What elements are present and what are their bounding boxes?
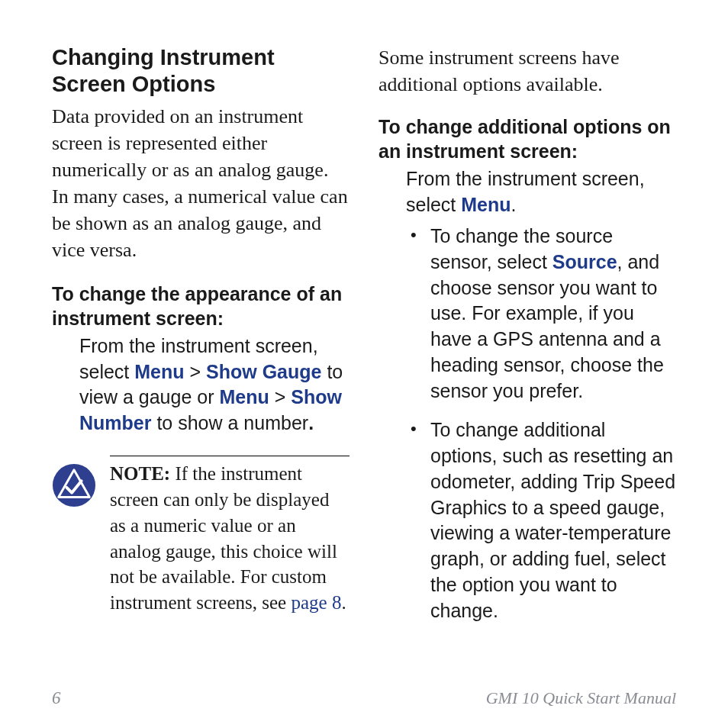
- page-footer: 6 GMI 10 Quick Start Manual: [52, 688, 676, 708]
- intro-paragraph: Data provided on an instrument screen is…: [52, 103, 350, 264]
- step-text: From the instrument screen, select Menu …: [79, 335, 343, 433]
- menu-keyword: Menu: [134, 361, 184, 382]
- document-title: GMI 10 Quick Start Manual: [486, 688, 676, 708]
- page-number: 6: [52, 688, 61, 708]
- bullet-frag: , and choose sensor you want to use. For…: [430, 251, 664, 401]
- list-item: To change additional options, such as re…: [406, 417, 676, 623]
- list-item: To change the source sensor, select Sour…: [406, 224, 676, 404]
- left-column: Changing Instrument Screen Options Data …: [52, 44, 350, 637]
- page-link[interactable]: page 8: [291, 592, 341, 613]
- show-gauge-keyword: Show Gauge: [206, 361, 321, 382]
- step-frag: .: [511, 194, 517, 215]
- note-block: NOTE: If the instrument screen can only …: [52, 456, 350, 616]
- source-keyword: Source: [552, 251, 617, 272]
- bullet-list: To change the source sensor, select Sour…: [406, 224, 676, 623]
- procedure-heading-appearance: To change the appearance of an instrumen…: [52, 282, 350, 330]
- note-label: NOTE:: [110, 463, 170, 484]
- right-column: Some instrument screens have additional …: [378, 44, 676, 637]
- menu-keyword: Menu: [219, 386, 269, 407]
- procedure-step: From the instrument screen, select Menu.: [406, 166, 676, 217]
- intro-paragraph: Some instrument screens have additional …: [378, 44, 676, 98]
- procedure-step: From the instrument screen, select Menu …: [52, 333, 350, 436]
- procedure-body: From the instrument screen, select Menu.…: [378, 166, 676, 623]
- breadcrumb-separator: >: [185, 361, 207, 382]
- note-text: NOTE: If the instrument screen can only …: [110, 456, 350, 616]
- section-heading: Changing Instrument Screen Options: [52, 44, 350, 98]
- checkmark-triangle-icon: [52, 463, 96, 507]
- procedure-heading-additional: To change additional options on an instr…: [378, 114, 676, 163]
- step-frag: to show a number: [151, 412, 308, 433]
- breadcrumb-separator: >: [269, 386, 292, 407]
- menu-keyword: Menu: [461, 194, 511, 215]
- note-body: If the instrument screen can only be dis…: [110, 463, 337, 613]
- step-frag: From the instrument screen, select: [406, 168, 645, 215]
- page-content: Changing Instrument Screen Options Data …: [0, 0, 728, 637]
- step-end: .: [308, 412, 314, 433]
- note-body-end: .: [341, 592, 346, 613]
